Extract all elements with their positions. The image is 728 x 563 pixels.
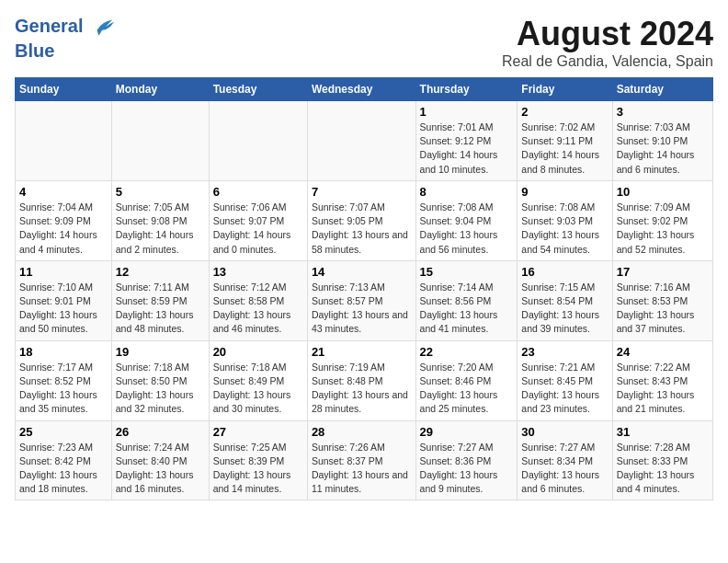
day-info: Sunrise: 7:25 AMSunset: 8:39 PMDaylight:… xyxy=(213,442,291,495)
calendar-cell: 11Sunrise: 7:10 AMSunset: 9:01 PMDayligh… xyxy=(16,260,112,340)
day-number: 28 xyxy=(312,425,412,439)
day-info: Sunrise: 7:08 AMSunset: 9:04 PMDaylight:… xyxy=(420,201,498,255)
day-number: 12 xyxy=(116,265,205,279)
day-info: Sunrise: 7:17 AMSunset: 8:52 PMDaylight:… xyxy=(19,362,97,415)
calendar-cell: 18Sunrise: 7:17 AMSunset: 8:52 PMDayligh… xyxy=(16,340,112,420)
day-number: 19 xyxy=(116,345,205,359)
calendar-cell: 29Sunrise: 7:27 AMSunset: 8:36 PMDayligh… xyxy=(415,420,518,500)
calendar-cell: 6Sunrise: 7:06 AMSunset: 9:07 PMDaylight… xyxy=(209,180,307,260)
day-number: 30 xyxy=(521,425,608,439)
logo-general: General xyxy=(15,16,83,36)
calendar-cell: 12Sunrise: 7:11 AMSunset: 8:59 PMDayligh… xyxy=(111,260,209,340)
calendar-cell: 31Sunrise: 7:28 AMSunset: 8:33 PMDayligh… xyxy=(612,420,712,500)
day-number: 6 xyxy=(213,185,303,199)
day-number: 27 xyxy=(213,425,303,439)
calendar-table: SundayMondayTuesdayWednesdayThursdayFrid… xyxy=(15,77,713,500)
day-number: 16 xyxy=(521,265,608,279)
calendar-cell: 22Sunrise: 7:20 AMSunset: 8:46 PMDayligh… xyxy=(415,340,518,420)
calendar-cell: 10Sunrise: 7:09 AMSunset: 9:02 PMDayligh… xyxy=(612,180,712,260)
day-number: 24 xyxy=(617,345,709,359)
day-info: Sunrise: 7:03 AMSunset: 9:10 PMDaylight:… xyxy=(617,121,695,175)
calendar-cell: 24Sunrise: 7:22 AMSunset: 8:43 PMDayligh… xyxy=(612,340,712,420)
calendar-cell xyxy=(307,101,415,181)
week-row-5: 25Sunrise: 7:23 AMSunset: 8:42 PMDayligh… xyxy=(16,420,713,500)
day-number: 26 xyxy=(116,425,205,439)
day-number: 13 xyxy=(213,265,303,279)
day-info: Sunrise: 7:13 AMSunset: 8:57 PMDaylight:… xyxy=(312,282,408,335)
day-info: Sunrise: 7:16 AMSunset: 8:53 PMDaylight:… xyxy=(617,282,695,335)
day-info: Sunrise: 7:04 AMSunset: 9:09 PMDaylight:… xyxy=(19,201,97,255)
calendar-cell xyxy=(209,101,307,181)
calendar-cell: 2Sunrise: 7:02 AMSunset: 9:11 PMDaylight… xyxy=(518,101,612,181)
calendar-cell: 28Sunrise: 7:26 AMSunset: 8:37 PMDayligh… xyxy=(307,420,415,500)
day-info: Sunrise: 7:18 AMSunset: 8:49 PMDaylight:… xyxy=(213,362,291,415)
col-header-sunday: Sunday xyxy=(16,78,112,101)
day-number: 22 xyxy=(420,345,514,359)
title-block: August 2024 Real de Gandia, Valencia, Sp… xyxy=(502,15,713,70)
day-info: Sunrise: 7:05 AMSunset: 9:08 PMDaylight:… xyxy=(116,201,194,255)
week-row-2: 4Sunrise: 7:04 AMSunset: 9:09 PMDaylight… xyxy=(16,180,713,260)
calendar-cell: 8Sunrise: 7:08 AMSunset: 9:04 PMDaylight… xyxy=(415,180,518,260)
day-number: 21 xyxy=(312,345,412,359)
day-info: Sunrise: 7:01 AMSunset: 9:12 PMDaylight:… xyxy=(420,121,498,175)
day-info: Sunrise: 7:07 AMSunset: 9:05 PMDaylight:… xyxy=(312,201,408,255)
page-header: General Blue August 2024 Real de Gandia,… xyxy=(15,15,713,70)
day-info: Sunrise: 7:19 AMSunset: 8:48 PMDaylight:… xyxy=(312,362,408,415)
col-header-thursday: Thursday xyxy=(415,78,518,101)
calendar-cell: 5Sunrise: 7:05 AMSunset: 9:08 PMDaylight… xyxy=(111,180,209,260)
day-info: Sunrise: 7:26 AMSunset: 8:37 PMDaylight:… xyxy=(312,442,408,495)
day-info: Sunrise: 7:27 AMSunset: 8:36 PMDaylight:… xyxy=(420,442,498,495)
header-row: SundayMondayTuesdayWednesdayThursdayFrid… xyxy=(16,78,713,101)
day-info: Sunrise: 7:28 AMSunset: 8:33 PMDaylight:… xyxy=(617,442,695,495)
day-number: 23 xyxy=(521,345,608,359)
calendar-cell: 4Sunrise: 7:04 AMSunset: 9:09 PMDaylight… xyxy=(16,180,112,260)
main-title: August 2024 xyxy=(502,15,713,53)
day-info: Sunrise: 7:06 AMSunset: 9:07 PMDaylight:… xyxy=(213,201,291,255)
day-number: 25 xyxy=(19,425,108,439)
day-number: 7 xyxy=(312,185,412,199)
day-info: Sunrise: 7:15 AMSunset: 8:54 PMDaylight:… xyxy=(521,282,599,335)
calendar-cell: 19Sunrise: 7:18 AMSunset: 8:50 PMDayligh… xyxy=(111,340,209,420)
day-number: 18 xyxy=(19,345,108,359)
col-header-saturday: Saturday xyxy=(612,78,712,101)
day-info: Sunrise: 7:23 AMSunset: 8:42 PMDaylight:… xyxy=(19,442,97,495)
day-info: Sunrise: 7:12 AMSunset: 8:58 PMDaylight:… xyxy=(213,282,291,335)
day-number: 10 xyxy=(617,185,709,199)
calendar-cell: 25Sunrise: 7:23 AMSunset: 8:42 PMDayligh… xyxy=(16,420,112,500)
col-header-wednesday: Wednesday xyxy=(307,78,415,101)
calendar-cell: 17Sunrise: 7:16 AMSunset: 8:53 PMDayligh… xyxy=(612,260,712,340)
week-row-1: 1Sunrise: 7:01 AMSunset: 9:12 PMDaylight… xyxy=(16,101,713,181)
day-info: Sunrise: 7:21 AMSunset: 8:45 PMDaylight:… xyxy=(521,362,599,415)
calendar-cell: 15Sunrise: 7:14 AMSunset: 8:56 PMDayligh… xyxy=(415,260,518,340)
day-number: 4 xyxy=(19,185,108,199)
day-info: Sunrise: 7:27 AMSunset: 8:34 PMDaylight:… xyxy=(521,442,599,495)
day-number: 5 xyxy=(116,185,205,199)
col-header-tuesday: Tuesday xyxy=(209,78,307,101)
calendar-cell xyxy=(111,101,209,181)
day-number: 8 xyxy=(420,185,514,199)
col-header-friday: Friday xyxy=(518,78,612,101)
logo: General Blue xyxy=(15,15,116,61)
calendar-cell: 9Sunrise: 7:08 AMSunset: 9:03 PMDaylight… xyxy=(518,180,612,260)
day-info: Sunrise: 7:14 AMSunset: 8:56 PMDaylight:… xyxy=(420,282,498,335)
day-info: Sunrise: 7:11 AMSunset: 8:59 PMDaylight:… xyxy=(116,282,194,335)
calendar-cell: 14Sunrise: 7:13 AMSunset: 8:57 PMDayligh… xyxy=(307,260,415,340)
week-row-4: 18Sunrise: 7:17 AMSunset: 8:52 PMDayligh… xyxy=(16,340,713,420)
logo-blue: Blue xyxy=(15,40,116,61)
day-number: 14 xyxy=(312,265,412,279)
calendar-cell xyxy=(16,101,112,181)
day-info: Sunrise: 7:08 AMSunset: 9:03 PMDaylight:… xyxy=(521,201,599,255)
calendar-cell: 3Sunrise: 7:03 AMSunset: 9:10 PMDaylight… xyxy=(612,101,712,181)
logo-bird-icon xyxy=(90,15,116,40)
day-number: 9 xyxy=(521,185,608,199)
day-info: Sunrise: 7:24 AMSunset: 8:40 PMDaylight:… xyxy=(116,442,194,495)
calendar-cell: 20Sunrise: 7:18 AMSunset: 8:49 PMDayligh… xyxy=(209,340,307,420)
day-number: 2 xyxy=(521,105,608,119)
calendar-cell: 27Sunrise: 7:25 AMSunset: 8:39 PMDayligh… xyxy=(209,420,307,500)
day-info: Sunrise: 7:02 AMSunset: 9:11 PMDaylight:… xyxy=(521,121,599,175)
day-number: 31 xyxy=(617,425,709,439)
day-info: Sunrise: 7:20 AMSunset: 8:46 PMDaylight:… xyxy=(420,362,498,415)
day-info: Sunrise: 7:18 AMSunset: 8:50 PMDaylight:… xyxy=(116,362,194,415)
calendar-cell: 21Sunrise: 7:19 AMSunset: 8:48 PMDayligh… xyxy=(307,340,415,420)
day-info: Sunrise: 7:22 AMSunset: 8:43 PMDaylight:… xyxy=(617,362,695,415)
